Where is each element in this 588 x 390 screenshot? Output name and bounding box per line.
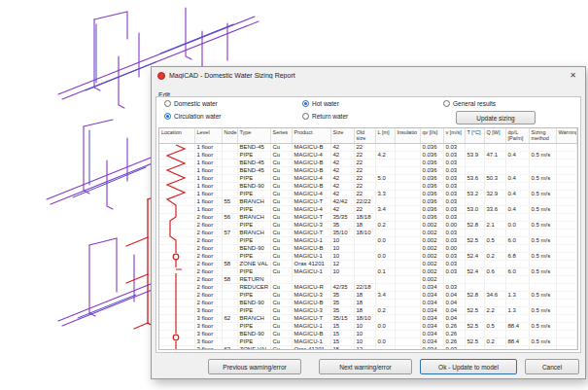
column-header[interactable]: Warnings	[556, 128, 577, 143]
previous-warning-button[interactable]: Previous warning/error	[208, 359, 301, 374]
cell: Cu	[270, 213, 292, 221]
column-header[interactable]: Type	[237, 128, 270, 143]
column-header[interactable]: qv [l/s]	[420, 128, 443, 143]
column-header[interactable]: Size	[330, 128, 354, 143]
cell: 0.00	[443, 221, 465, 229]
cell	[505, 345, 529, 350]
table-row[interactable]: 1 floorBEND-45CuMAGICU-B42220.0360.03	[159, 166, 577, 174]
table-row[interactable]: 3 floor63ZONE VALCuOras 4120115120.0340.…	[159, 345, 577, 350]
location-cell	[159, 244, 194, 252]
cell: 18	[354, 299, 375, 306]
cell: 3 floor	[194, 345, 222, 350]
cell: 2 floor	[194, 213, 222, 221]
cell	[556, 151, 577, 159]
table-row[interactable]: 2 floorREDUCERCuMAGICU-R42/3522/180.0340…	[159, 283, 577, 291]
column-header[interactable]: v [m/s]	[443, 128, 465, 143]
table-row[interactable]: 3 floorPIPECuMAGICU-115100.00.0340.2652.…	[159, 322, 577, 330]
next-warning-button[interactable]: Next warning/error	[319, 359, 412, 374]
cell: 10	[330, 236, 354, 244]
cell	[395, 306, 420, 314]
cell: 0.5 m/s	[529, 252, 556, 260]
column-header[interactable]: Product	[292, 128, 330, 143]
table-row[interactable]: 2 floor56BRANCHCuMAGICU-T35/3518/180.036…	[159, 213, 577, 221]
table-row[interactable]: 2 floorPIPECuMAGICU-1100.00.0020.0352.50…	[159, 236, 577, 244]
column-header[interactable]: L [m]	[375, 128, 395, 143]
radio-return-water[interactable]: Return water	[302, 113, 348, 120]
column-header[interactable]: T [°C]	[465, 128, 484, 143]
cell: 0.036	[420, 205, 443, 213]
table-row[interactable]: 3 floorPIPECuMAGICU-335180.20.0340.0452.…	[159, 306, 577, 314]
cell: Cu	[270, 205, 292, 213]
cell: 1 floor	[194, 166, 222, 174]
cell	[395, 221, 420, 229]
cell: 0.03	[443, 283, 465, 291]
cell: Cu	[270, 337, 292, 345]
cell	[395, 213, 420, 221]
column-header[interactable]: Sizing method	[529, 128, 556, 143]
location-cell	[159, 236, 194, 244]
table-row[interactable]: 3 floorPIPECuMAGICU-115100.00.0340.2652.…	[159, 337, 577, 345]
cell	[484, 314, 505, 322]
report-table-wrap: LocationLevelNodeTypeSeriesProductSizeOl…	[158, 127, 578, 350]
cell: 0.5 m/s	[529, 322, 556, 330]
radio-hot-water[interactable]: Hot water	[302, 100, 339, 107]
cancel-button[interactable]: Cancel	[525, 359, 579, 374]
cell: 12	[354, 345, 375, 350]
column-header[interactable]: dp/L [Pa/m]	[505, 128, 529, 143]
cell: 52.4	[465, 267, 484, 275]
table-row[interactable]: 1 floorPIPECuMAGICU-442224.20.0360.0353.…	[159, 151, 577, 159]
column-header[interactable]: Node	[222, 128, 237, 143]
table-row[interactable]: 2 floorPIPECuMAGICU-1100.00.0020.0352.40…	[159, 252, 577, 260]
cell	[465, 166, 484, 174]
table-row[interactable]: 3 floor62BRANCHCuMAGICU-T35/1518/100.034…	[159, 314, 577, 322]
table-row[interactable]: 2 floorBEND-90CuMAGICU-B35180.0340.04	[159, 299, 577, 306]
table-row[interactable]: 1 floorPIPECuMAGICU-442225.00.0360.0353.…	[159, 174, 577, 182]
cell: 0.2	[484, 252, 505, 260]
table-row[interactable]: 1 floorPIPECuMAGICU-442223.30.0360.0353.…	[159, 190, 577, 197]
location-cell	[159, 197, 194, 205]
cell: 1 floor	[194, 205, 222, 213]
cell: 3 floor	[194, 314, 222, 322]
cell: 2 floor	[194, 221, 222, 229]
table-row[interactable]: 1 floorBEND-45CuMAGICU-B42220.0360.03	[159, 143, 577, 151]
table-row[interactable]: 2 floorPIPECuMAGICU-335180.20.0020.0052.…	[159, 221, 577, 229]
table-row[interactable]: 2 floorPIPECuMAGICU-1100.10.0020.0352.40…	[159, 267, 577, 275]
radio-domestic-water[interactable]: Domestic water	[164, 100, 218, 107]
cell: 35/35	[330, 213, 354, 221]
table-row[interactable]: 2 floor58RETURN0.002	[159, 275, 577, 283]
column-header[interactable]: Old size	[354, 128, 375, 143]
cell: PIPE	[237, 337, 270, 345]
table-row[interactable]: 2 floor57BRANCHCuMAGICU-T35/1018/100.002…	[159, 229, 577, 236]
close-icon[interactable]: ✕	[567, 68, 579, 83]
cell: 18	[354, 291, 375, 299]
update-sizing-button[interactable]: Update sizing	[456, 111, 536, 124]
column-header[interactable]: Insulatio	[395, 128, 420, 143]
cell	[222, 221, 237, 229]
table-row[interactable]: 2 floor58ZONE VALCuOras 41201120.0020.03	[159, 260, 577, 267]
cell: 0.034	[420, 306, 443, 314]
table-row[interactable]: 2 floorBEND-90CuMAGICU-B100.0020.00	[159, 244, 577, 252]
location-cell	[159, 283, 194, 291]
table-row[interactable]: 1 floorPIPECuMAGICU-442223.40.0360.0353.…	[159, 205, 577, 213]
column-header[interactable]: Level	[194, 128, 222, 143]
table-row[interactable]: 1 floorBEND-90CuMAGICU-B42220.0360.03	[159, 182, 577, 190]
column-header[interactable]: Location	[159, 128, 194, 143]
cell: MAGICU-B	[292, 299, 330, 306]
cell: Cu	[270, 197, 292, 205]
table-row[interactable]: 2 floorPIPECuMAGICU-335183.40.0340.0452.…	[159, 291, 577, 299]
column-header[interactable]: Q [W]	[484, 128, 505, 143]
ok-update-to-model-button[interactable]: Ok - Update to model	[420, 359, 517, 374]
table-row[interactable]: 1 floor55BRANCHCuMAGICU-T42/4222/220.036…	[159, 197, 577, 205]
column-header[interactable]: Series	[270, 128, 292, 143]
cell: 0.036	[420, 190, 443, 197]
cell	[222, 159, 237, 166]
table-row[interactable]: 1 floorBEND-45CuMAGICU-B42220.0360.03	[159, 159, 577, 166]
cell: 18	[354, 221, 375, 229]
cell: RETURN	[237, 275, 270, 283]
radio-general-results[interactable]: General results	[443, 100, 496, 107]
location-cell	[159, 190, 194, 197]
filter-panel: Domestic water Circulation water Hot wat…	[156, 97, 580, 127]
cell	[222, 182, 237, 190]
table-row[interactable]: 3 floorBEND-90CuMAGICU-B15100.0340.26	[159, 330, 577, 337]
radio-circulation-water[interactable]: Circulation water	[164, 113, 221, 120]
